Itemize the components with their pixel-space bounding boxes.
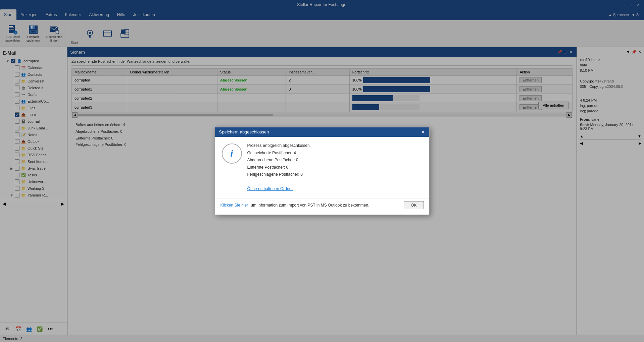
modal-body: i Prozess erfolgreich abgeschlossen. Ges… xyxy=(215,137,429,198)
modal-box: Speichern abgeschlossen ✕ i Prozess erfo… xyxy=(215,127,430,215)
modal-footer: Klicken Sie hier um Information zum Impo… xyxy=(215,198,429,215)
modal-close-button[interactable]: ✕ xyxy=(421,129,425,135)
modal-line-4: Entfernte Postfächer: 0 xyxy=(247,164,311,171)
modal-footer-text: um Information zum Import von PST in MS … xyxy=(251,203,401,208)
ok-button[interactable]: OK xyxy=(404,201,424,209)
modal-line-3: Abgebrochene Postfächer: 0 xyxy=(247,157,311,164)
info-icon: i xyxy=(222,144,242,164)
modal-line-5: Fehlgeschlagene Postfächer: 0 xyxy=(247,171,311,178)
modal-titlebar: Speichern abgeschlossen ✕ xyxy=(215,127,429,137)
open-folder-link[interactable]: Öffne enthaltenen Ordner xyxy=(247,186,293,191)
modal-line-1: Prozess erfolgreich abgeschlossen. xyxy=(247,142,311,150)
modal-overlay: Speichern abgeschlossen ✕ i Prozess erfo… xyxy=(0,0,644,342)
modal-text-block: Prozess erfolgreich abgeschlossen. Gespe… xyxy=(247,142,311,193)
modal-line-2: Gespeicherte Postfächer: 4 xyxy=(247,150,311,157)
modal-title: Speichern abgeschlossen xyxy=(219,129,269,134)
info-icon-letter: i xyxy=(231,148,233,159)
click-here-link[interactable]: Klicken Sie hier xyxy=(220,203,248,208)
